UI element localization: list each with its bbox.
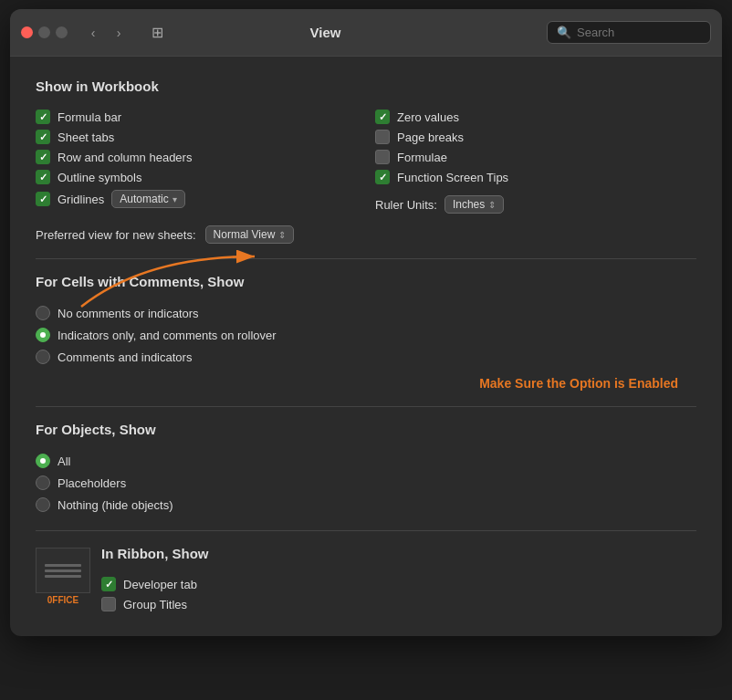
divider-1 [36, 258, 696, 259]
minimize-button[interactable] [38, 26, 50, 38]
all-radio[interactable] [36, 454, 50, 468]
comments-indicators-label: Comments and indicators [58, 350, 192, 364]
ribbon-content: In Ribbon, Show ✓ Developer tab Group Ti… [101, 546, 696, 614]
no-comments-radio[interactable] [36, 306, 50, 320]
wm-line-2 [45, 569, 81, 572]
checkmark-icon: ✓ [379, 111, 387, 123]
function-screen-tips-checkbox[interactable]: ✓ [375, 170, 390, 184]
preferred-view-arrow-icon: ⇕ [278, 230, 286, 240]
zero-values-label: Zero values [397, 110, 459, 124]
sheet-tabs-checkbox[interactable]: ✓ [36, 130, 50, 144]
checkmark-icon: ✓ [39, 193, 47, 205]
preferred-view-row: Preferred view for new sheets: Normal Vi… [36, 225, 696, 244]
ruler-dropdown[interactable]: Inches ⇕ [444, 195, 504, 214]
divider-2 [36, 406, 696, 407]
traffic-lights [21, 26, 68, 38]
developer-tab-label: Developer tab [123, 578, 197, 591]
page-breaks-row: Page breaks [375, 127, 696, 147]
indicators-only-label: Indicators only, and comments on rollove… [58, 329, 277, 342]
preferred-view-value: Normal View [214, 228, 276, 241]
title-bar: ‹ › ⊞ View 🔍 [10, 9, 722, 57]
divider-3 [36, 530, 696, 531]
formulae-checkbox[interactable] [375, 150, 390, 164]
outline-symbols-row: ✓ Outline symbols [36, 167, 357, 187]
maximize-button[interactable] [56, 26, 68, 38]
checkmark-icon: ✓ [39, 111, 47, 123]
gridlines-dropdown[interactable]: Automatic ▾ [111, 190, 184, 208]
function-screen-tips-label: Function Screen Tips [397, 171, 508, 184]
comments-indicators-row: Comments and indicators [36, 346, 696, 368]
indicators-only-radio[interactable] [36, 328, 50, 342]
formula-bar-label: Formula bar [58, 110, 121, 124]
ruler-value: Inches [453, 198, 485, 211]
checkmark-icon: ✓ [379, 172, 387, 183]
checkmark-icon: ✓ [39, 131, 47, 143]
ruler-row: Ruler Units: Inches ⇕ [375, 193, 696, 216]
in-ribbon-title: In Ribbon, Show [101, 546, 696, 561]
annotation-container: Make Sure the Option is Enabled [36, 375, 696, 392]
close-button[interactable] [21, 26, 33, 38]
gridlines-checkbox[interactable]: ✓ [36, 192, 50, 206]
watermark-icon: 0FFICE [36, 548, 90, 605]
annotation-text: Make Sure the Option is Enabled [479, 376, 678, 391]
cells-comments-section: No comments or indicators Indicators onl… [36, 302, 696, 392]
ruler-arrow-icon: ⇕ [488, 200, 496, 210]
nothing-radio[interactable] [36, 497, 50, 512]
sheet-tabs-row: ✓ Sheet tabs [36, 127, 357, 147]
content-area: Show in Workbook ✓ Formula bar ✓ Sheet t… [10, 57, 722, 636]
search-icon: 🔍 [557, 26, 571, 39]
zero-values-row: ✓ Zero values [375, 107, 696, 127]
outline-symbols-checkbox[interactable]: ✓ [36, 170, 50, 184]
show-in-workbook-grid: ✓ Formula bar ✓ Sheet tabs ✓ Row and col… [36, 107, 696, 216]
formulae-row: Formulae [375, 147, 696, 167]
cells-comments-title: For Cells with Comments, Show [36, 274, 696, 289]
developer-tab-checkbox[interactable]: ✓ [101, 577, 116, 591]
nothing-label: Nothing (hide objects) [58, 498, 173, 512]
formulae-label: Formulae [397, 151, 447, 164]
window-title: View [111, 25, 539, 40]
indicators-only-row: Indicators only, and comments on rollove… [36, 324, 696, 346]
search-bar[interactable]: 🔍 [547, 21, 711, 44]
checkmark-icon: ✓ [105, 579, 113, 590]
page-breaks-label: Page breaks [397, 131, 464, 144]
gridlines-row: ✓ Gridlines Automatic ▾ [36, 187, 357, 211]
zero-values-checkbox[interactable]: ✓ [375, 110, 390, 124]
search-input[interactable] [577, 26, 701, 39]
function-screen-tips-row: ✓ Function Screen Tips [375, 167, 696, 187]
all-label: All [58, 454, 70, 468]
office-label: 0FFICE [36, 595, 90, 605]
dropdown-arrow-icon: ▾ [173, 194, 177, 204]
row-col-headers-label: Row and column headers [58, 151, 192, 164]
no-comments-label: No comments or indicators [58, 307, 199, 320]
right-checkboxes: ✓ Zero values Page breaks Formulae ✓ Fu [375, 107, 696, 216]
no-comments-row: No comments or indicators [36, 302, 696, 324]
gridlines-dropdown-value: Automatic [120, 193, 168, 205]
group-titles-checkbox[interactable] [101, 597, 116, 611]
row-col-headers-row: ✓ Row and column headers [36, 147, 357, 167]
show-in-workbook-title: Show in Workbook [36, 78, 696, 94]
back-arrow-icon[interactable]: ‹ [82, 22, 104, 44]
wm-line-1 [45, 564, 81, 567]
comments-indicators-radio[interactable] [36, 350, 50, 364]
formula-bar-checkbox[interactable]: ✓ [36, 110, 50, 124]
ruler-label: Ruler Units: [375, 198, 437, 212]
checkmark-icon: ✓ [39, 172, 47, 183]
formula-bar-row: ✓ Formula bar [36, 107, 357, 127]
group-titles-row: Group Titles [101, 594, 696, 614]
preferences-window: ‹ › ⊞ View 🔍 Show in Workbook ✓ Formula … [10, 9, 722, 636]
page-breaks-checkbox[interactable] [375, 130, 390, 144]
placeholders-label: Placeholders [58, 476, 126, 490]
placeholders-radio[interactable] [36, 475, 50, 490]
placeholders-row: Placeholders [36, 472, 696, 494]
nothing-row: Nothing (hide objects) [36, 494, 696, 516]
row-col-headers-checkbox[interactable]: ✓ [36, 150, 50, 164]
left-checkboxes: ✓ Formula bar ✓ Sheet tabs ✓ Row and col… [36, 107, 357, 216]
preferred-view-label: Preferred view for new sheets: [36, 228, 196, 242]
objects-show-title: For Objects, Show [36, 422, 696, 437]
all-row: All [36, 450, 696, 472]
in-ribbon-section: 0FFICE In Ribbon, Show ✓ Developer tab G… [36, 546, 696, 614]
preferred-view-dropdown[interactable]: Normal View ⇕ [205, 225, 295, 244]
developer-tab-row: ✓ Developer tab [101, 574, 696, 594]
office-watermark [36, 548, 90, 593]
gridlines-label: Gridlines [58, 193, 104, 206]
